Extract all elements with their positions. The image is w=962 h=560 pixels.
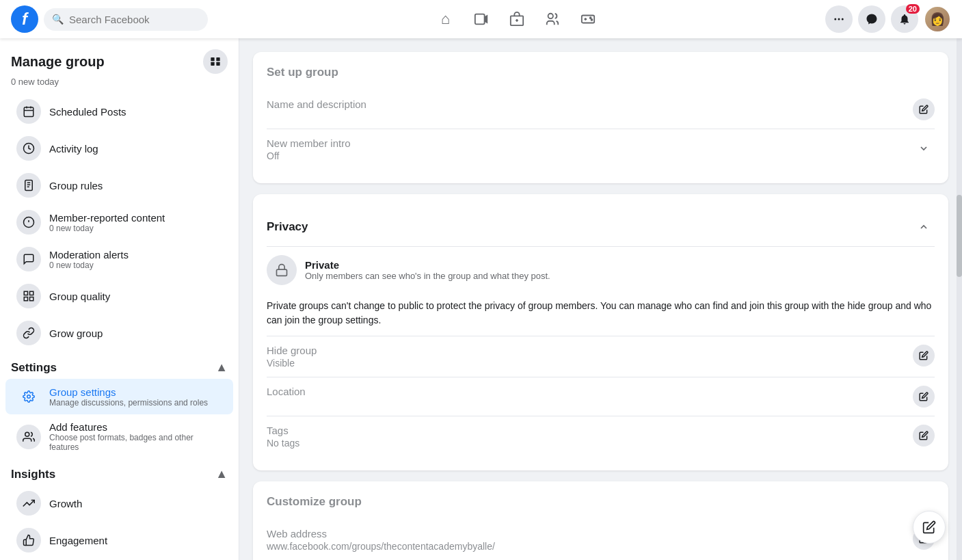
main-layout: Manage group 0 new today Scheduled Posts… (0, 38, 962, 560)
insights-toggle-btn[interactable]: ▲ (215, 467, 228, 481)
search-input[interactable] (69, 14, 200, 25)
sidebar-item-engagement[interactable]: Engagement (5, 522, 233, 558)
notification-btn[interactable]: 20 (891, 5, 918, 33)
sidebar-item-growth[interactable]: Growth (5, 485, 233, 521)
privacy-description: Private groups can't change to public to… (267, 293, 935, 336)
settings-section-header: Settings ▲ (0, 352, 239, 377)
add-features-label: Add features (49, 421, 222, 433)
top-navigation: f 🔍 ⌂ 20 👩 (0, 0, 962, 38)
location-row: Location (267, 377, 935, 416)
engagement-label: Engagement (49, 535, 222, 546)
sidebar-menu-btn[interactable] (203, 49, 228, 74)
sidebar-item-scheduled-posts[interactable]: Scheduled Posts (5, 94, 233, 129)
main-content: Set up group Name and description New me… (239, 38, 962, 560)
search-icon: 🔍 (52, 14, 64, 25)
insights-section-title: Insights (11, 468, 55, 481)
privacy-header: Privacy (267, 208, 935, 247)
svg-point-10 (591, 19, 592, 21)
group-quality-icon (16, 284, 41, 308)
sidebar-item-member-reported[interactable]: Member-reported content 0 new today (5, 204, 233, 240)
name-description-edit-btn[interactable] (913, 98, 935, 120)
svg-point-35 (25, 432, 29, 436)
sidebar-item-group-rules[interactable]: Group rules (5, 168, 233, 203)
setup-group-card: Set up group Name and description New me… (253, 52, 948, 183)
new-member-intro-row: New member intro Off (267, 129, 935, 170)
settings-toggle-btn[interactable]: ▲ (215, 360, 228, 375)
fab-edit-btn[interactable] (913, 511, 946, 544)
tags-edit-btn[interactable] (913, 425, 935, 446)
location-edit-btn[interactable] (913, 386, 935, 408)
svg-rect-31 (30, 291, 34, 295)
member-reported-icon (16, 210, 41, 235)
new-member-intro-dropdown-btn[interactable] (913, 137, 935, 159)
moderation-alerts-icon (16, 247, 41, 271)
right-scrollbar[interactable] (957, 38, 962, 560)
new-member-intro-value: Off (267, 150, 351, 161)
settings-section-title: Settings (11, 361, 57, 375)
group-rules-icon (16, 173, 41, 198)
location-label: Location (267, 386, 306, 397)
scheduled-posts-icon (16, 99, 41, 124)
home-nav-btn[interactable]: ⌂ (429, 3, 462, 36)
sidebar-item-activity-log[interactable]: Activity log (5, 131, 233, 166)
activity-log-icon (16, 136, 41, 161)
engagement-icon (16, 528, 41, 552)
svg-rect-30 (24, 291, 27, 295)
growth-icon (16, 491, 41, 516)
web-address-row: Web address www.facebook.com/groups/thec… (267, 520, 935, 560)
notification-badge: 20 (906, 4, 920, 14)
groups-nav-btn[interactable] (536, 3, 569, 36)
activity-log-label: Activity log (49, 143, 222, 155)
svg-rect-37 (277, 269, 287, 276)
web-address-label: Web address (267, 528, 495, 539)
avatar[interactable]: 👩 (924, 5, 951, 33)
svg-point-11 (834, 18, 836, 21)
scrollbar-thumb (957, 195, 962, 277)
svg-rect-33 (30, 297, 34, 301)
moderation-alerts-label: Moderation alerts (49, 249, 222, 261)
svg-point-12 (838, 18, 840, 21)
add-features-icon (16, 425, 41, 449)
marketplace-nav-btn[interactable] (500, 3, 533, 36)
grow-group-icon (16, 321, 41, 345)
svg-rect-16 (211, 62, 214, 66)
add-features-sub: Choose post formats, badges and other fe… (49, 433, 222, 452)
sidebar-item-moderation-alerts[interactable]: Moderation alerts 0 new today (5, 241, 233, 277)
messenger-btn[interactable] (858, 5, 885, 33)
menu-btn[interactable] (825, 5, 853, 33)
member-reported-sub: 0 new today (49, 224, 222, 233)
svg-rect-18 (24, 107, 34, 117)
facebook-logo[interactable]: f (11, 5, 38, 33)
svg-rect-17 (216, 62, 219, 66)
sidebar-item-add-features[interactable]: Add features Choose post formats, badges… (5, 416, 233, 457)
search-bar[interactable]: 🔍 (44, 8, 208, 31)
video-nav-btn[interactable] (465, 3, 498, 36)
svg-rect-15 (216, 57, 219, 61)
gaming-nav-btn[interactable] (572, 3, 604, 36)
member-reported-label: Member-reported content (49, 212, 222, 224)
insights-section-header: Insights ▲ (0, 459, 239, 484)
sidebar-item-group-quality[interactable]: Group quality (5, 278, 233, 314)
privacy-title: Privacy (267, 220, 308, 234)
hide-group-edit-btn[interactable] (913, 345, 935, 366)
privacy-type-label: Private (305, 259, 550, 271)
svg-point-9 (589, 17, 591, 18)
group-settings-icon (16, 384, 41, 409)
privacy-type-sub: Only members can see who's in the group … (305, 271, 550, 281)
sidebar-item-group-settings[interactable]: Group settings Manage discussions, permi… (5, 379, 233, 414)
group-rules-label: Group rules (49, 180, 222, 191)
hide-group-value: Visible (267, 358, 317, 369)
moderation-alerts-sub: 0 new today (49, 261, 222, 270)
customize-group-heading: Customize group (267, 495, 935, 509)
setup-group-heading: Set up group (267, 66, 935, 79)
sidebar-title: Manage group (11, 54, 105, 70)
hide-group-label: Hide group (267, 345, 317, 356)
group-quality-label: Group quality (49, 291, 222, 302)
sidebar-item-grow-group[interactable]: Grow group (5, 315, 233, 351)
privacy-collapse-btn[interactable] (913, 216, 935, 238)
svg-rect-0 (475, 14, 484, 25)
new-member-intro-label: New member intro (267, 137, 351, 149)
hide-group-row: Hide group Visible (267, 336, 935, 377)
tags-label: Tags (267, 425, 299, 436)
customize-group-card: Customize group Web address www.facebook… (253, 481, 948, 560)
